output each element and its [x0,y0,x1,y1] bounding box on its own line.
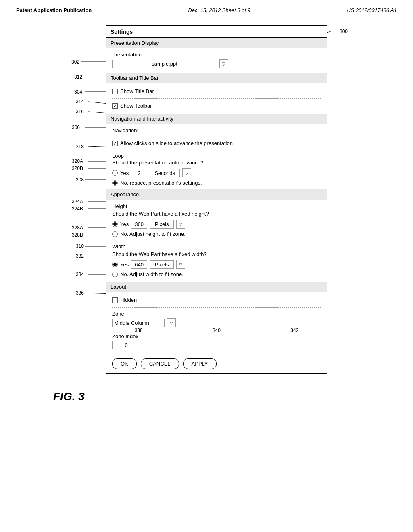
width-no-row: No. Adjust width to fit zone. [112,270,321,278]
ref-314: 314 [76,99,84,104]
loop-seconds-input[interactable] [131,169,147,177]
ref-316: 316 [76,109,84,114]
header-center: Dec. 13, 2012 Sheet 3 of 9 [188,7,250,13]
ref-324b: 324B [72,206,83,212]
ref-300: 300 [340,29,348,34]
ok-button[interactable]: OK [112,358,137,369]
section-presentation-display: Presentation Display [106,38,327,48]
width-yes-row: Yes ▽ [112,259,321,270]
ref-306: 306 [72,125,80,130]
appearance-body: Height Should the Web Part have a fixed … [106,200,327,282]
ref-336: 336 [76,290,84,296]
ref-324a: 324A [72,199,83,204]
width-unit-input[interactable] [150,260,174,269]
zone-dropdown[interactable]: ▽ [167,318,176,327]
presentation-input[interactable] [112,60,217,68]
height-label: Height [112,203,321,209]
ref-302: 302 [71,59,79,65]
width-yes-radio[interactable] [112,262,118,267]
loop-yes-radio[interactable] [112,170,118,176]
settings-title: Settings [106,26,327,38]
height-no-radio[interactable] [112,231,118,237]
width-pixels-dropdown[interactable]: ▽ [176,260,185,269]
zone-input[interactable] [112,319,165,327]
button-refs: 338 340 342 [106,328,327,333]
loop-label: Loop [112,153,321,159]
zone-index-field-row [112,341,321,349]
ref-312: 312 [74,74,82,80]
presentation-dropdown[interactable]: ▽ [219,59,228,68]
settings-panel: Settings Presentation Display Presentati… [106,25,327,374]
zone-index-label: Zone Index [112,333,321,339]
page-header: Patent Application Publication Dec. 13, … [0,0,413,17]
presentation-field-row: ▽ [112,59,321,68]
width-no-radio[interactable] [112,272,118,277]
section-appearance: Appearance [106,189,327,200]
height-yes-radio[interactable] [112,221,118,227]
section-navigation: Navigation and Interactivity [106,114,327,124]
height-value-input[interactable] [131,220,147,229]
ref-320b: 320B [72,166,83,171]
loop-no-label: No, respect presentation's settings. [120,180,202,186]
header-left: Patent Application Publication [16,7,92,13]
show-title-bar-checkbox[interactable] [112,89,118,94]
figure-caption: FIG. 3 [53,390,85,403]
loop-no-row: No, respect presentation's settings. [112,179,321,187]
hidden-label: Hidden [120,297,137,303]
show-toolbar-label: Show Toolbar [120,103,152,109]
width-question: Should the Web Part have a fixed width? [112,251,321,257]
width-label: Width [112,243,321,249]
ref-308: 308 [76,177,84,183]
loop-no-radio[interactable] [112,180,118,186]
hidden-row: Hidden [112,295,321,305]
apply-button[interactable]: APPLY [183,358,217,369]
ref-318: 318 [76,144,84,150]
ref-320a: 320A [72,158,83,164]
width-no-label: No. Adjust width to fit zone. [120,271,184,277]
loop-section: Loop Should the presentation auto advanc… [106,151,327,189]
presentation-label: Presentation: [112,52,321,58]
ref-334: 334 [76,272,84,277]
divider-2 [112,136,321,136]
height-pixels-dropdown[interactable]: ▽ [176,220,185,229]
show-toolbar-checkbox[interactable]: ✓ [112,103,118,109]
section-toolbar: Toolbar and Title Bar [106,73,327,83]
figure-area: FIG. 3 [49,390,364,403]
hidden-checkbox[interactable] [112,297,118,303]
buttons-row: OK CANCEL APPLY [106,354,327,373]
loop-no-radio-fill [113,181,117,185]
height-unit-input[interactable] [150,220,174,229]
ref-338: 338 [135,328,143,333]
ref-342: 342 [290,328,298,333]
loop-seconds-unit[interactable] [150,169,180,177]
height-no-label: No. Adjust height to fit zone. [120,231,186,237]
zone-field-row: ▽ [112,318,321,327]
loop-yes-label: Yes [120,170,129,176]
divider-4 [112,307,321,308]
allow-clicks-checkbox[interactable]: ✓ [112,141,118,146]
navigation-body: Navigation: ✓ Allow clicks on slide to a… [106,124,327,151]
loop-seconds-dropdown[interactable]: ▽ [182,168,191,177]
height-yes-row: Yes ▽ [112,218,321,230]
zone-label: Zone [112,311,321,317]
height-no-row: No. Adjust height to fit zone. [112,230,321,238]
show-toolbar-row: ✓ Show Toolbar [112,101,321,110]
width-yes-radio-fill [113,263,117,266]
ref-328a: 328A [72,225,83,231]
ref-310: 310 [76,243,84,249]
section-layout: Layout [106,282,327,292]
allow-clicks-label: Allow clicks on slide to advance the pre… [120,140,233,146]
loop-yes-row: Yes ▽ [112,167,321,179]
toolbar-body: Show Title Bar ✓ Show Toolbar [106,83,327,114]
cancel-button[interactable]: CANCEL [141,358,179,369]
height-question: Should the Web Part have a fixed height? [112,211,321,217]
ref-340: 340 [213,328,221,333]
height-yes-radio-fill [113,222,117,226]
ref-304: 304 [74,89,82,95]
layout-body: Hidden Zone ▽ Zone Index [106,292,327,354]
width-value-input[interactable] [131,260,147,269]
zone-index-input[interactable] [112,341,140,349]
header-right: US 2012/0317486 A1 [347,7,397,13]
presentation-body: Presentation: ▽ [106,48,327,73]
show-title-bar-row: Show Title Bar [112,87,321,96]
